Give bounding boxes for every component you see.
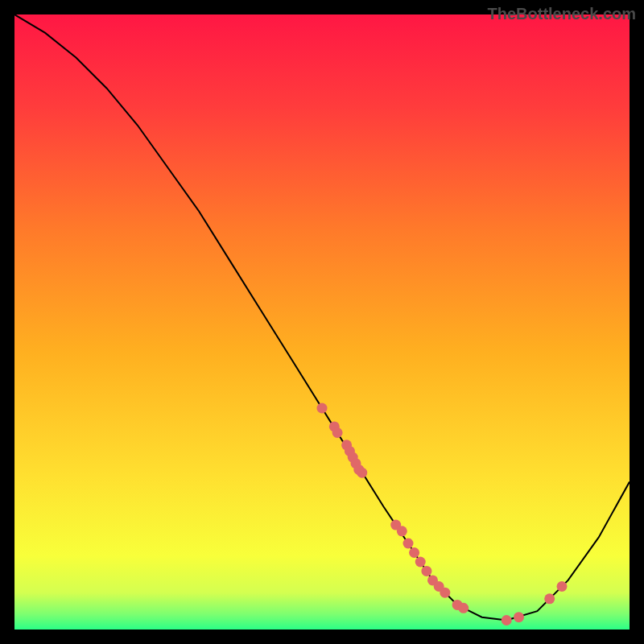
data-point (440, 588, 450, 598)
data-point (403, 539, 414, 549)
data-point (415, 557, 426, 568)
gradient-background (14, 14, 630, 630)
data-point (502, 615, 512, 625)
data-point (409, 547, 419, 558)
data-point (332, 427, 343, 438)
data-point (544, 593, 555, 604)
data-point (397, 526, 407, 536)
data-point (357, 468, 367, 478)
chart-canvas (14, 14, 630, 630)
chart-svg (14, 14, 630, 630)
data-point (317, 403, 328, 414)
data-point (458, 603, 469, 613)
data-point (557, 581, 568, 592)
data-point (421, 566, 431, 576)
watermark-text: TheBottleneck.com (488, 5, 636, 23)
data-point (514, 612, 524, 622)
